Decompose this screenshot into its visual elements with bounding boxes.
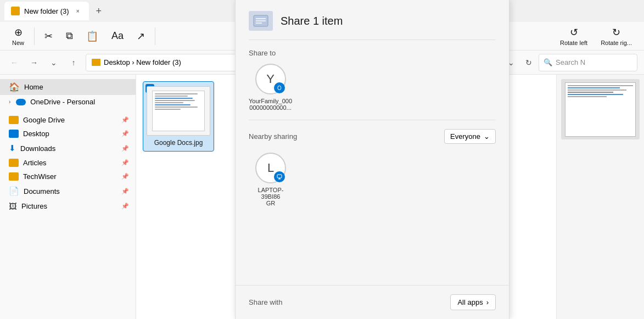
share-button[interactable]: ↗ (131, 24, 150, 48)
file-thumbnail (147, 86, 210, 136)
up-button[interactable]: ↑ (66, 55, 81, 70)
file-name: Google Docs.jpg (154, 139, 203, 147)
share-with-section: Share with All apps › (236, 285, 509, 319)
share-to-label: Share to (236, 40, 509, 64)
pin-icon: 📌 (121, 188, 129, 195)
preview-thumbnail (561, 79, 640, 139)
rotate-left-button[interactable]: ↺ Rotate left (555, 24, 593, 48)
share-header-icon (249, 11, 273, 31)
sidebar-item-label: Home (24, 83, 43, 91)
sidebar-item-techwiser[interactable]: TechWiser 📌 (0, 170, 136, 183)
thumbnail-inner (147, 87, 210, 135)
back-button[interactable]: ← (7, 55, 22, 70)
sidebar-item-label: OneDrive - Personal (30, 98, 95, 106)
sidebar-item-label: TechWiser (23, 172, 57, 181)
explorer-window: New folder (3) × + ⊕ New ✂ ⧉ 📋 Aa ↗ (0, 0, 644, 319)
pin-icon: 📌 (121, 130, 129, 137)
sidebar-item-googledrive[interactable]: Google Drive 📌 (0, 113, 136, 127)
svg-rect-6 (276, 173, 283, 181)
sidebar-item-label: Pictures (21, 202, 47, 210)
nearby-contacts: L LAPTOP-39BI86 GR (249, 153, 496, 206)
laptop-name: LAPTOP-39BI86 GR (249, 187, 293, 206)
search-placeholder: Search N (556, 58, 585, 66)
paste-button[interactable]: 📋 (81, 24, 104, 48)
nearby-dropdown-value: Everyone (450, 132, 480, 141)
documents-icon: 📄 (9, 186, 19, 196)
sidebar-item-pictures[interactable]: 🖼 Pictures 📌 (0, 199, 136, 214)
tab-title: New folder (3) (24, 7, 69, 15)
laptop-initial: L (267, 161, 274, 175)
expand-icon: › (9, 99, 10, 105)
dropdown-button[interactable]: ⌄ (46, 55, 61, 70)
contact-initial: Y (266, 72, 275, 86)
sidebar-item-home[interactable]: 🏠 Home (0, 79, 136, 95)
paste-icon: 📋 (86, 30, 98, 42)
new-tab-button[interactable]: + (91, 3, 107, 19)
share-title: Share 1 item (281, 15, 343, 27)
nearby-section: Nearby sharing Everyone ⌄ L (236, 120, 509, 213)
tab-folder-icon (11, 7, 20, 15)
sidebar-item-documents[interactable]: 📄 Documents 📌 (0, 183, 136, 199)
document-icon (253, 15, 268, 27)
share-with-label: Share with (249, 298, 282, 306)
breadcrumb-text: Desktop › New folder (3) (104, 58, 181, 66)
new-icon: ⊕ (14, 26, 23, 38)
copy-button[interactable]: ⧉ (60, 24, 79, 48)
laptop-avatar: L (255, 153, 286, 183)
refresh-button[interactable]: ↻ (521, 55, 536, 70)
all-apps-button[interactable]: All apps › (450, 294, 496, 310)
laptop-device[interactable]: L LAPTOP-39BI86 GR (249, 153, 293, 206)
downloads-icon: ⬇ (9, 143, 16, 153)
rotate-left-icon: ↺ (570, 26, 578, 38)
tab-close-button[interactable]: × (74, 7, 82, 15)
forward-button[interactable]: → (26, 55, 42, 70)
rename-button[interactable]: Aa (106, 24, 129, 48)
home-icon: 🏠 (9, 82, 20, 92)
address-right: ⌄ ↻ 🔍 Search N (503, 54, 637, 71)
folder-icon (9, 130, 19, 138)
pin-icon: 📌 (121, 159, 129, 166)
active-tab[interactable]: New folder (3) × (4, 2, 89, 20)
rename-icon: Aa (111, 30, 124, 42)
sidebar-item-onedrive[interactable]: › OneDrive - Personal (0, 95, 136, 109)
sidebar-item-desktop[interactable]: Desktop 📌 (0, 127, 136, 141)
outlook-icon: O (276, 84, 283, 92)
onedrive-icon (16, 99, 26, 105)
rotate-right-button[interactable]: ↻ Rotate rig... (595, 24, 637, 48)
cut-button[interactable]: ✂ (39, 24, 58, 48)
sidebar-item-label: Downloads (20, 144, 55, 153)
pictures-icon: 🖼 (9, 202, 17, 211)
sidebar-item-label: Documents (24, 187, 60, 195)
file-item[interactable]: ✓ (143, 81, 214, 152)
monitor-icon (276, 173, 283, 181)
share-header: Share 1 item (236, 0, 509, 40)
folder-icon (9, 159, 19, 167)
all-apps-label: All apps (457, 298, 483, 306)
rotate-right-icon: ↻ (612, 26, 620, 38)
folder-icon (9, 172, 19, 181)
breadcrumb-folder-icon (92, 59, 100, 66)
toolbar-separator-1 (34, 27, 35, 45)
sidebar-item-label: Articles (23, 159, 47, 167)
search-icon: 🔍 (544, 58, 552, 66)
pin-icon: 📌 (121, 173, 129, 180)
share-icon: ↗ (137, 30, 145, 42)
contact-name: YourFamily_000 00000000000... (249, 98, 292, 111)
sidebar-item-articles[interactable]: Articles 📌 (0, 156, 136, 170)
sidebar: 🏠 Home › OneDrive - Personal Google Driv… (0, 75, 136, 319)
share-contacts: Y O YourFamily_000 00000000000... (236, 64, 509, 120)
sidebar-item-label: Desktop (23, 130, 49, 138)
pin-icon: 📌 (121, 203, 129, 210)
search-box[interactable]: 🔍 Search N (539, 54, 637, 71)
contact-yourfamily[interactable]: Y O YourFamily_000 00000000000... (249, 64, 292, 111)
nearby-dropdown[interactable]: Everyone ⌄ (444, 129, 496, 144)
folder-icon (9, 116, 19, 124)
copy-icon: ⧉ (66, 30, 73, 42)
new-button[interactable]: ⊕ New (7, 24, 30, 48)
cut-icon: ✂ (44, 30, 53, 42)
contact-badge: O (274, 82, 285, 93)
svg-text:O: O (277, 85, 282, 91)
sidebar-item-downloads[interactable]: ⬇ Downloads 📌 (0, 141, 136, 156)
right-panel (556, 75, 644, 319)
all-apps-arrow-icon: › (486, 298, 489, 306)
